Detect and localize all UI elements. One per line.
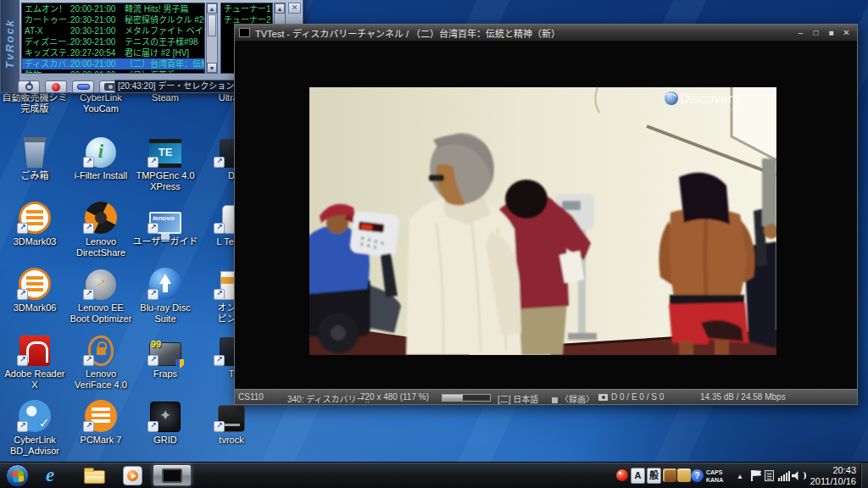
glasses: [429, 175, 444, 181]
record-status[interactable]: 〈録画〉: [552, 392, 594, 405]
media-player-icon[interactable]: [123, 466, 142, 485]
ime-input-mode[interactable]: A: [631, 468, 645, 484]
program-row[interactable]: カートゥー..20:30-21:00秘密探偵クルクル #20: [22, 14, 204, 25]
close-icon[interactable]: [288, 3, 301, 14]
volume-wave-icon: [803, 472, 806, 480]
minimize-icon[interactable]: [794, 27, 807, 38]
show-desktop-button[interactable]: [860, 463, 868, 488]
audio-mode[interactable]: [二] 日本語: [498, 392, 538, 405]
clock-date: 2011/10/16: [810, 476, 856, 487]
desktop-icon-3dmark03[interactable]: 3DMark03: [2, 200, 68, 247]
ime-toolbox-icon[interactable]: [663, 469, 676, 482]
desktop-icon-tmpgenc[interactable]: TE TMPGEnc 4.0 XPress: [132, 134, 198, 192]
explorer-folder-icon[interactable]: [84, 470, 105, 484]
tuning-space[interactable]: CS110: [238, 392, 264, 402]
icon-label: tvrock: [212, 435, 251, 446]
start-button[interactable]: [6, 464, 29, 487]
icon-label: Lenovo EE Boot Optimizer: [68, 302, 134, 324]
desktop-icon-adobe-reader[interactable]: Adobe Reader X: [2, 332, 68, 391]
scroll-up-icon[interactable]: ▲: [275, 3, 285, 14]
ime-conversion-mode[interactable]: 般: [647, 468, 661, 484]
desktop-icon-directshare[interactable]: Lenovo DirectShare: [68, 200, 134, 258]
recycle-bin-icon: [22, 137, 47, 168]
video-size[interactable]: 720 x 480 (117 %): [360, 392, 429, 402]
power-icon: [25, 83, 33, 91]
program-row[interactable]: AT-X20:30-21:00メタルファイト ベイブレード 4D #1..: [22, 25, 204, 36]
shortcut-arrow-icon: [214, 355, 225, 366]
desktop-icon-3dmark06[interactable]: 3DMark06: [2, 266, 68, 313]
tvtest-task-button[interactable]: [153, 464, 192, 486]
help-icon[interactable]: ?: [691, 469, 704, 482]
close-icon[interactable]: [840, 27, 853, 38]
program-row-selected[interactable]: ディスカバ..20:00-21:00（二）台湾百年：伝統と精神（新..: [22, 58, 204, 69]
icon-label: Adobe Reader X: [2, 369, 68, 391]
program-list: エムオン！20:00-21:00韓流 Hits! 男子篇 カートゥー..20:3…: [21, 3, 205, 74]
shortcut-arrow-icon: [17, 289, 28, 300]
maximize-icon[interactable]: [810, 27, 822, 38]
desktop-icon-veriface[interactable]: Lenovo VeriFace 4.0: [68, 332, 134, 391]
icon-label: TMPGEnc 4.0 XPress: [132, 170, 198, 192]
scroll-up-icon[interactable]: ▲: [207, 3, 217, 14]
tvtest-monitor-icon: [162, 469, 182, 483]
desktop-icon-pcmark7[interactable]: PCMark 7: [68, 398, 134, 446]
tvrock-logo: TvRock: [1, 0, 19, 92]
tray-document-icon[interactable]: [765, 470, 774, 481]
program-row[interactable]: ディズニー..20:30-21:00テニスの王子様#98: [22, 36, 204, 47]
action-center-flag-icon[interactable]: [751, 470, 753, 481]
desktop-icon-fraps[interactable]: 99 Fraps: [132, 332, 198, 380]
desktop-icon-tvrock[interactable]: tvrock: [198, 398, 264, 446]
icon-label: 3DMark06: [2, 302, 68, 313]
minimize-tray-button[interactable]: [72, 80, 94, 93]
volume-speaker-icon[interactable]: [792, 471, 802, 480]
program-row[interactable]: キッズステ..20:27-20:54君に届け #2 [HV]: [22, 47, 204, 58]
shortcut-arrow-icon: [214, 223, 225, 234]
desktop-icon-ifilter[interactable]: i-Filter Install: [68, 134, 134, 181]
desktop-icon-bluray-suite[interactable]: Blu-ray Disc Suite: [132, 266, 198, 324]
volume-slider[interactable]: [442, 394, 491, 402]
ime-pad-icon[interactable]: [677, 469, 691, 482]
shortcut-arrow-icon: [147, 223, 159, 234]
capture-camera-icon: [598, 394, 608, 401]
error-counters[interactable]: D 0 / E 0 / S 0: [598, 392, 664, 402]
record-icon: [52, 83, 60, 92]
desktop-icon-recycle-bin[interactable]: ごみ箱: [2, 134, 68, 181]
tvtest-titlebar[interactable]: TVTest - ディスカバリーチャンネル / （二）台湾百年：伝統と精神（新）: [235, 25, 857, 42]
icon-label: CyberLink BD_Advisor: [2, 435, 68, 457]
program-list-scrollbar[interactable]: ▲ ▼: [206, 3, 218, 74]
shortcut-arrow-icon: [17, 421, 28, 432]
icon-label: ごみ箱: [2, 170, 68, 181]
clock[interactable]: 20:43 2011/10/16: [810, 465, 856, 487]
tray-app-icon[interactable]: [616, 469, 628, 481]
network-signal-icon[interactable]: [778, 470, 790, 481]
tuner-row[interactable]: チューナー1: [221, 3, 272, 14]
shortcut-arrow-icon: [147, 355, 159, 366]
ime-caps-kana[interactable]: CAPS KANA: [706, 469, 723, 484]
icon-label: GRID: [132, 435, 198, 446]
icon-label: Blu-ray Disc Suite: [132, 302, 198, 324]
signal-bitrate[interactable]: 14.35 dB / 24.58 Mbps: [700, 392, 786, 402]
fullscreen-icon[interactable]: [825, 27, 837, 38]
desktop-icon-userguide[interactable]: lenovo ユーザーガイド: [132, 200, 198, 247]
program-row[interactable]: 動物..20:30-21:00（日）海芝浜: [22, 69, 204, 74]
program-row[interactable]: エムオン！20:00-21:00韓流 Hits! 男子篇: [22, 3, 204, 14]
icon-label: i-Filter Install: [68, 170, 134, 181]
desktop-icon-grid[interactable]: GRID: [132, 398, 198, 446]
icon-label: Lenovo DirectShare: [68, 236, 134, 258]
scroll-thumb[interactable]: [208, 14, 216, 36]
service-name[interactable]: 340: ディスカバリー..: [287, 392, 370, 405]
show-hidden-icons[interactable]: [737, 473, 743, 480]
scroll-down-icon[interactable]: ▼: [207, 63, 217, 73]
internet-explorer-icon[interactable]: e: [46, 464, 54, 486]
shortcut-arrow-icon: [83, 421, 94, 432]
shortcut-arrow-icon: [83, 223, 94, 234]
desktop-icon-eeboot[interactable]: Lenovo EE Boot Optimizer: [68, 266, 134, 324]
power-button[interactable]: [18, 80, 40, 93]
shortcut-arrow-icon: [147, 157, 159, 168]
record-button[interactable]: [45, 80, 67, 93]
windows-flag-icon: [12, 470, 24, 482]
shortcut-arrow-icon: [83, 157, 94, 168]
desktop-icon-bd-advisor[interactable]: CyberLink BD_Advisor: [2, 398, 68, 457]
svg-text:CHANNEL: CHANNEL: [709, 107, 744, 112]
icon-label: PCMark 7: [68, 435, 134, 446]
stop-icon: [552, 397, 558, 403]
